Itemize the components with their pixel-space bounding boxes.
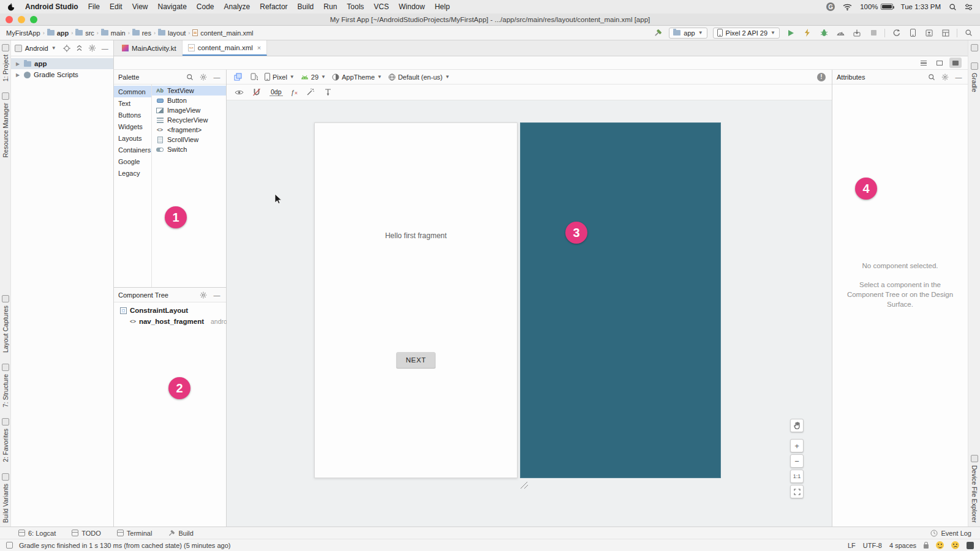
screen-reader-icon[interactable]	[967, 542, 974, 549]
pan-tool-button[interactable]	[790, 419, 804, 432]
palette-item-textview[interactable]: AbTextView	[152, 86, 226, 96]
blueprint-view-preview[interactable]	[520, 122, 721, 478]
palette-item-scrollview[interactable]: ScrollView	[152, 135, 226, 144]
view-options-eye-icon[interactable]	[234, 88, 244, 97]
infer-constraints-wand-icon[interactable]	[306, 88, 315, 97]
menu-view[interactable]: View	[132, 2, 148, 11]
palette-category-buttons[interactable]: Buttons	[114, 109, 151, 121]
readonly-lock-icon[interactable]	[924, 544, 929, 549]
avd-manager-icon[interactable]	[907, 28, 918, 39]
menu-help[interactable]: Help	[435, 2, 450, 11]
locale-select[interactable]: Default (en-us)▼	[388, 73, 450, 81]
encoding-widget[interactable]: UTF-8	[863, 542, 882, 549]
palette-item-recyclerview[interactable]: RecyclerView	[152, 115, 226, 125]
tool-strip-structure[interactable]: 7: Structure	[2, 364, 9, 407]
search-icon[interactable]	[927, 72, 937, 82]
hide-panel-icon[interactable]: —	[100, 43, 110, 53]
wifi-icon[interactable]	[843, 4, 852, 10]
menu-vcs[interactable]: VCS	[374, 2, 389, 11]
menu-build[interactable]: Build	[298, 2, 314, 11]
event-log-button[interactable]: Event Log	[930, 530, 971, 537]
tab-mainactivity[interactable]: MainActivity.kt	[116, 40, 183, 56]
search-everywhere-icon[interactable]	[963, 28, 974, 39]
menu-run[interactable]: Run	[323, 2, 337, 11]
design-canvas[interactable]: Hello first fragment NEXT + − 1:1	[227, 100, 832, 527]
feedback-sad-icon[interactable]	[951, 541, 959, 549]
indent-widget[interactable]: 4 spaces	[889, 542, 916, 549]
minimize-window-button[interactable]	[18, 16, 25, 23]
apple-icon[interactable]	[7, 3, 15, 11]
autoconnect-magnet-icon[interactable]	[252, 88, 262, 97]
tool-window-terminal[interactable]: Terminal	[117, 530, 153, 537]
palette-category-google[interactable]: Google	[114, 156, 151, 167]
preview-hello-text[interactable]: Hello first fragment	[315, 231, 517, 240]
project-tree-app[interactable]: ▶ app	[11, 58, 113, 69]
tool-window-toggle-icon[interactable]	[6, 542, 13, 549]
clear-constraints-icon[interactable]: ƒ×	[291, 89, 298, 96]
palette-item-button[interactable]: Button	[152, 96, 226, 105]
profiler-icon[interactable]	[835, 28, 846, 39]
gear-icon[interactable]	[88, 43, 97, 53]
breadcrumb-app[interactable]: app	[47, 29, 69, 37]
run-configuration-select[interactable]: app▼	[669, 28, 707, 39]
layout-errors-icon[interactable]: !	[817, 73, 826, 81]
sync-project-icon[interactable]	[891, 28, 902, 39]
zoom-actual-size-button[interactable]: 1:1	[790, 470, 804, 483]
palette-category-containers[interactable]: Containers	[114, 144, 151, 156]
build-hammer-icon[interactable]	[652, 28, 663, 39]
orientation-icon[interactable]	[249, 72, 258, 82]
theme-select[interactable]: AppTheme▼	[332, 73, 382, 81]
locate-file-icon[interactable]	[62, 43, 72, 53]
tool-strip-resource-manager[interactable]: Resource Manager	[2, 92, 9, 157]
canvas-resize-handle[interactable]	[519, 481, 529, 489]
debug-icon[interactable]	[818, 28, 829, 39]
menu-window[interactable]: Window	[399, 2, 425, 11]
breadcrumb-layout[interactable]: layout	[158, 29, 186, 37]
menu-refactor[interactable]: Refactor	[260, 2, 287, 11]
grammarly-icon[interactable]: G	[826, 2, 835, 11]
feedback-happy-icon[interactable]	[936, 541, 944, 549]
palette-category-common[interactable]: Common	[114, 86, 151, 97]
breadcrumb-res[interactable]: res	[132, 29, 151, 37]
project-tree-gradle-scripts[interactable]: ▶ Gradle Scripts	[11, 69, 113, 80]
design-view-preview[interactable]: Hello first fragment NEXT	[314, 122, 518, 478]
tool-window-build[interactable]: Build	[168, 530, 193, 537]
tool-window-todo[interactable]: TODO	[72, 530, 101, 537]
project-view-selector[interactable]: Android	[25, 45, 48, 52]
breadcrumb-project[interactable]: MyFirstApp	[6, 29, 40, 37]
hide-panel-icon[interactable]: —	[954, 72, 963, 82]
tool-strip-favorites[interactable]: 2: Favorites	[2, 418, 9, 462]
default-margin-select[interactable]: 0dp	[270, 88, 283, 96]
gear-icon[interactable]	[198, 290, 208, 300]
sdk-manager-icon[interactable]	[924, 28, 935, 39]
zoom-window-button[interactable]	[30, 16, 37, 23]
zoom-in-button[interactable]: +	[790, 439, 804, 452]
menu-file[interactable]: File	[88, 2, 100, 11]
tool-strip-project[interactable]: 1: Project	[2, 44, 9, 81]
notifications-icon[interactable]	[971, 44, 978, 51]
zoom-out-button[interactable]: −	[790, 454, 804, 468]
palette-item-imageview[interactable]: ImageView	[152, 105, 226, 115]
palette-category-layouts[interactable]: Layouts	[114, 132, 151, 144]
design-view-icon[interactable]	[949, 58, 962, 68]
menu-tools[interactable]: Tools	[347, 2, 364, 11]
layout-inspector-icon[interactable]	[940, 28, 951, 39]
attach-debugger-icon[interactable]	[851, 28, 862, 39]
battery-indicator[interactable]: 100%	[860, 3, 892, 10]
palette-item-fragment[interactable]: <><fragment>	[152, 125, 226, 135]
menu-app-name[interactable]: Android Studio	[25, 2, 78, 11]
palette-item-switch[interactable]: Switch	[152, 144, 226, 154]
collapse-all-icon[interactable]	[75, 43, 85, 53]
control-center-icon[interactable]	[965, 4, 973, 10]
menu-edit[interactable]: Edit	[110, 2, 123, 11]
line-separator-widget[interactable]: LF	[848, 542, 856, 549]
design-surface-icon[interactable]	[233, 72, 243, 82]
tab-content-main[interactable]: <> content_main.xml ×	[183, 40, 268, 56]
breadcrumb-src[interactable]: src	[75, 29, 94, 37]
code-view-icon[interactable]	[918, 58, 930, 68]
apply-changes-icon[interactable]	[802, 28, 813, 39]
api-version-select[interactable]: 29▼	[301, 73, 326, 81]
palette-category-widgets[interactable]: Widgets	[114, 121, 151, 132]
tool-window-logcat[interactable]: 6: Logcat	[18, 530, 56, 537]
pack-align-icon[interactable]	[323, 88, 333, 97]
